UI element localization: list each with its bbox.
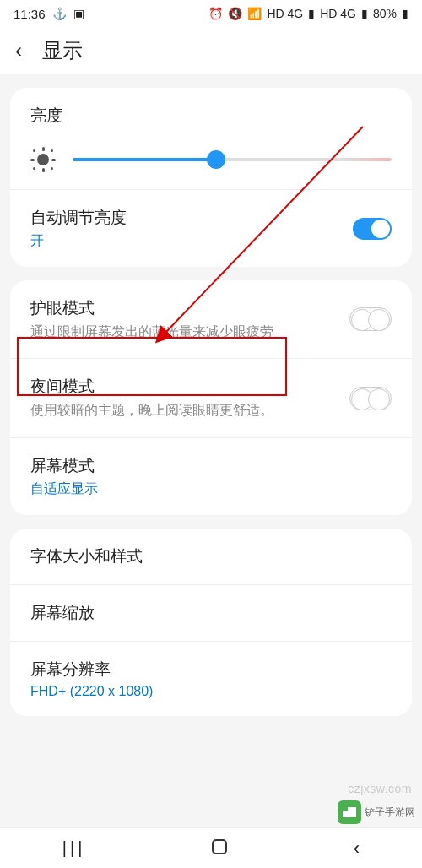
eye-comfort-row[interactable]: 护眼模式 通过限制屏幕发出的蓝光量来减少眼疲劳 bbox=[10, 280, 412, 358]
sun-icon bbox=[30, 147, 56, 172]
zoom-title: 屏幕缩放 bbox=[30, 602, 392, 624]
brightness-card: 亮度 自动调节亮度 开 bbox=[10, 88, 412, 267]
eye-comfort-title: 护眼模式 bbox=[30, 297, 349, 319]
auto-brightness-title: 自动调节亮度 bbox=[30, 207, 353, 229]
status-bar: 11:36 ⚓ ▣ ⏰ 🔇 📶 HD 4G ▮ HD 4G ▮ 80% ▮ bbox=[0, 0, 422, 27]
navbar: ||| ‹ bbox=[0, 827, 422, 868]
watermark-icon bbox=[338, 800, 361, 824]
screenshot-icon: ▣ bbox=[73, 7, 84, 20]
back-button[interactable]: ‹ bbox=[354, 838, 360, 860]
watermark: 铲子手游网 bbox=[338, 800, 415, 824]
screen-mode-value: 自适应显示 bbox=[30, 480, 392, 498]
modes-card: 护眼模式 通过限制屏幕发出的蓝光量来减少眼疲劳 夜间模式 使用较暗的主题，晚上阅… bbox=[10, 280, 412, 515]
status-time: 11:36 bbox=[14, 7, 46, 21]
watermark-name: 铲子手游网 bbox=[365, 806, 415, 820]
auto-brightness-row[interactable]: 自动调节亮度 开 bbox=[10, 189, 412, 267]
recents-button[interactable]: ||| bbox=[62, 838, 86, 858]
eye-comfort-toggle[interactable] bbox=[349, 307, 392, 331]
brightness-slider[interactable] bbox=[73, 158, 392, 161]
back-icon[interactable]: ‹ bbox=[15, 39, 22, 62]
auto-brightness-toggle[interactable] bbox=[353, 218, 392, 240]
mute-icon: 🔇 bbox=[228, 7, 242, 20]
notification-icon: ⚓ bbox=[52, 7, 67, 20]
night-mode-toggle[interactable] bbox=[349, 387, 392, 410]
eye-comfort-desc: 通过限制屏幕发出的蓝光量来减少眼疲劳 bbox=[30, 323, 349, 341]
header: ‹ 显示 bbox=[0, 27, 422, 74]
signal-bars-1: ▮ bbox=[308, 7, 315, 20]
resolution-row[interactable]: 屏幕分辨率 FHD+ (2220 x 1080) bbox=[10, 641, 412, 716]
page-title: 显示 bbox=[42, 37, 407, 64]
zoom-row[interactable]: 屏幕缩放 bbox=[10, 584, 412, 641]
night-mode-desc: 使用较暗的主题，晚上阅读眼睛更舒适。 bbox=[30, 401, 349, 420]
battery-pct: 80% bbox=[373, 7, 397, 20]
font-title: 字体大小和样式 bbox=[30, 545, 392, 567]
resolution-title: 屏幕分辨率 bbox=[30, 659, 392, 681]
battery-icon: ▮ bbox=[402, 7, 408, 20]
signal-bars-2: ▮ bbox=[361, 7, 368, 20]
brightness-knob[interactable] bbox=[207, 150, 225, 169]
night-mode-title: 夜间模式 bbox=[30, 376, 349, 398]
screen-mode-row[interactable]: 屏幕模式 自适应显示 bbox=[10, 437, 412, 515]
wifi-icon: 📶 bbox=[247, 7, 262, 20]
signal-1: HD 4G bbox=[267, 7, 303, 20]
watermark-url: czjxsw.com bbox=[348, 782, 412, 795]
svg-rect-3 bbox=[213, 840, 226, 854]
night-mode-row[interactable]: 夜间模式 使用较暗的主题，晚上阅读眼睛更舒适。 bbox=[10, 358, 412, 437]
signal-2: HD 4G bbox=[320, 7, 356, 20]
display-options-card: 字体大小和样式 屏幕缩放 屏幕分辨率 FHD+ (2220 x 1080) bbox=[10, 529, 412, 716]
font-row[interactable]: 字体大小和样式 bbox=[10, 529, 412, 584]
resolution-value: FHD+ (2220 x 1080) bbox=[30, 684, 392, 699]
home-button[interactable] bbox=[210, 838, 229, 860]
auto-brightness-state: 开 bbox=[30, 232, 353, 250]
screen-mode-title: 屏幕模式 bbox=[30, 455, 392, 477]
brightness-label: 亮度 bbox=[30, 105, 392, 127]
alarm-icon: ⏰ bbox=[208, 7, 223, 20]
